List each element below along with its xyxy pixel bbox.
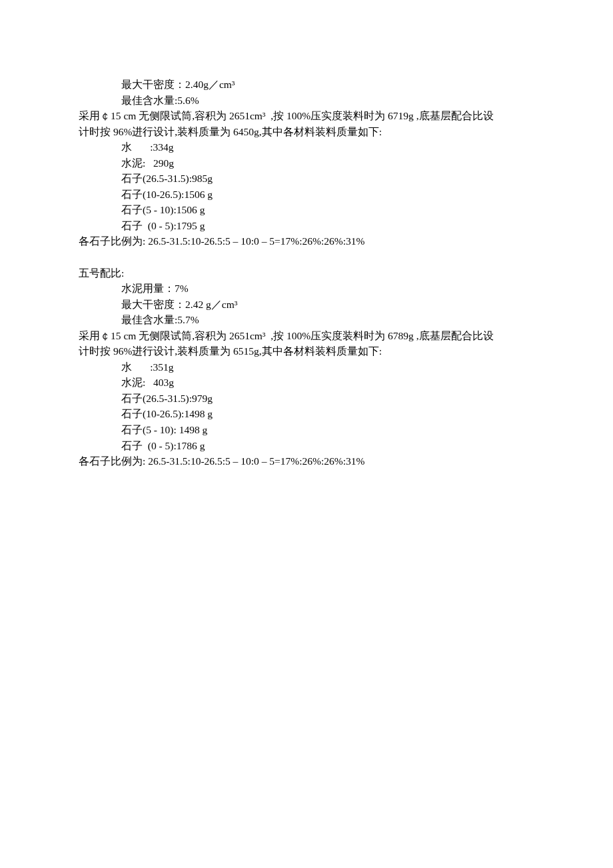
document-page: 最大干密度：2.40g／cm³ 最佳含水量:5.6% 采用￠15 cm 无侧限试… <box>0 0 613 868</box>
mix4-description-line1: 采用￠15 cm 无侧限试筒,容积为 2651cm³ ,按 100%压实度装料时… <box>79 108 534 124</box>
mix5-density: 最大干密度：2.42 g／cm³ <box>79 297 534 313</box>
mix5-water-content: 最佳含水量:5.7% <box>79 312 534 328</box>
mix4-stone4: 石子 (0 - 5):1795 g <box>79 218 534 234</box>
mix5-ratio: 各石子比例为: 26.5-31.5:10-26.5:5 – 10:0 – 5=1… <box>79 453 534 469</box>
mix4-stone1: 石子(26.5-31.5):985g <box>79 171 534 187</box>
mix4-stone3: 石子(5 - 10):1506 g <box>79 202 534 218</box>
mix5-cement-use: 水泥用量：7% <box>79 281 534 297</box>
mix4-water-content: 最佳含水量:5.6% <box>79 93 534 109</box>
mix4-ratio: 各石子比例为: 26.5-31.5:10-26.5:5 – 10:0 – 5=1… <box>79 233 534 249</box>
mix4-description-line2: 计时按 96%进行设计,装料质量为 6450g,其中各材料装料质量如下: <box>79 124 534 140</box>
mix4-density: 最大干密度：2.40g／cm³ <box>79 77 534 93</box>
mix5-stone1: 石子(26.5-31.5):979g <box>79 391 534 407</box>
blank-line <box>79 249 534 265</box>
mix5-cement: 水泥: 403g <box>79 375 534 391</box>
mix5-description-line1: 采用￠15 cm 无侧限试筒,容积为 2651cm³ ,按 100%压实度装料时… <box>79 328 534 344</box>
mix4-cement: 水泥: 290g <box>79 155 534 171</box>
mix5-stone4: 石子 (0 - 5):1786 g <box>79 438 534 454</box>
mix5-stone3: 石子(5 - 10): 1498 g <box>79 422 534 438</box>
mix4-water: 水 :334g <box>79 139 534 155</box>
mix5-water: 水 :351g <box>79 359 534 375</box>
mix5-title: 五号配比: <box>79 265 534 281</box>
mix5-description-line2: 计时按 96%进行设计,装料质量为 6515g,其中各材料装料质量如下: <box>79 343 534 359</box>
mix4-stone2: 石子(10-26.5):1506 g <box>79 187 534 203</box>
mix5-stone2: 石子(10-26.5):1498 g <box>79 406 534 422</box>
